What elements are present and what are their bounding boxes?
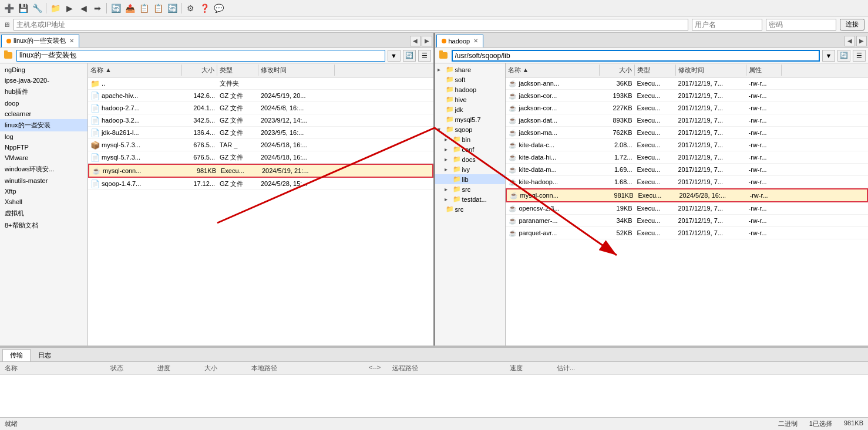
left-tab-active[interactable]: linux的一些安装包 ✕ (1, 35, 79, 48)
sidebar-item-log[interactable]: log (0, 131, 88, 142)
tree-item-lib[interactable]: 📁lib (435, 174, 505, 184)
tree-item-hadoop[interactable]: 📁hadoop (435, 84, 505, 94)
right-header-size[interactable]: 大小 (600, 65, 635, 76)
table-row[interactable]: ☕paranamer-... 34KB Execu... 2017/12/19,… (506, 215, 869, 227)
tree-item-jdk[interactable]: 📁jdk (435, 104, 505, 114)
table-row[interactable]: 📄jdk-8u261-l... 136.4... GZ 文件 2023/9/5,… (88, 127, 433, 139)
table-row[interactable]: ☕jackson-cor... 193KB Execu... 2017/12/1… (506, 90, 869, 102)
right-tab-active[interactable]: hadoop ✕ (436, 35, 484, 48)
help-icon[interactable]: ❓ (198, 2, 211, 15)
table-row[interactable]: 📄apache-hiv... 142.6... GZ 文件 2024/5/19,… (88, 90, 433, 102)
table-row[interactable]: ☕kite-data-c... 2.08... Execu... 2017/12… (506, 139, 869, 151)
tree-item-bin[interactable]: ▸📁bin (435, 134, 505, 144)
host-input[interactable] (14, 19, 688, 31)
copy1-icon[interactable]: 📋 (137, 2, 150, 15)
tree-item-ivy[interactable]: ▸📁ivy (435, 164, 505, 174)
right-path-btn1[interactable]: ▼ (822, 50, 835, 62)
refresh-icon[interactable]: 🔄 (109, 2, 122, 15)
sidebar-item-xftp[interactable]: Xftp (0, 186, 88, 197)
sidebar-item-ngding[interactable]: ngDing (0, 65, 88, 75)
tree-item-src-sub[interactable]: ▸📁src (435, 184, 505, 194)
left-nav-next[interactable]: ▶ (422, 36, 432, 46)
tree-item-share[interactable]: ▸📁share (435, 65, 505, 75)
table-row[interactable]: ☕jackson-cor... 227KB Execu... 2017/12/1… (506, 102, 869, 114)
table-row[interactable]: ☕parquet-avr... 52KB Execu... 2017/12/19… (506, 227, 869, 239)
open-icon[interactable]: 💾 (16, 2, 29, 15)
right-header-type[interactable]: 类型 (635, 65, 676, 76)
left-path-btn3[interactable]: ☰ (418, 50, 431, 62)
tree-item-conf[interactable]: ▸📁conf (435, 144, 505, 154)
left-tab-close[interactable]: ✕ (69, 38, 74, 44)
play-icon[interactable]: ▶ (63, 2, 76, 15)
left-path-btn2[interactable]: 🔄 (403, 50, 416, 62)
tool-icon[interactable]: 🔧 (31, 2, 43, 15)
table-row[interactable]: ☕jackson-dat... 893KB Execu... 2017/12/1… (506, 114, 869, 127)
sidebar-item-nppftp[interactable]: NppFTP (0, 142, 88, 153)
table-row[interactable]: ☕kite-data-hi... 1.72... Execu... 2017/1… (506, 151, 869, 164)
table-row[interactable]: 📄mysql-5.7.3... 676.5... GZ 文件 2024/5/18… (88, 151, 433, 164)
back-icon[interactable]: ◀ (77, 2, 90, 15)
tree-item-testdat[interactable]: ▸📁testdat... (435, 194, 505, 204)
table-row-mysql-connector-left[interactable]: ☕mysql-conn... 981KB Execu... 2024/5/19,… (88, 164, 433, 178)
right-tab-close[interactable]: ✕ (473, 38, 478, 44)
table-row-mysql-connector-right[interactable]: ☕mysql-conn... 981KB Execu... 2024/5/28,… (506, 188, 869, 202)
left-nav-prev[interactable]: ◀ (410, 36, 420, 46)
transfer-tab-log[interactable]: 日志 (31, 349, 59, 361)
new-icon[interactable]: ➕ (2, 2, 15, 15)
sidebar-item-doop[interactable]: doop (0, 98, 88, 109)
right-nav-prev[interactable]: ◀ (845, 36, 855, 46)
sidebar-item-hub[interactable]: hub插件 (0, 86, 88, 98)
table-row[interactable]: 📁.. 文件夹 (88, 77, 433, 90)
left-header-date[interactable]: 修改时间 (258, 65, 335, 76)
sidebar-item-linux[interactable]: linux的一些安装 (0, 119, 88, 131)
user-input[interactable] (692, 19, 762, 31)
left-path-btn1[interactable]: ▼ (388, 50, 401, 62)
settings-icon[interactable]: ⚙ (184, 2, 197, 15)
right-path-btn3[interactable]: ☰ (853, 50, 866, 62)
forward-icon[interactable]: ➡ (91, 2, 104, 15)
table-row[interactable]: ☕kite-data-m... 1.69... Execu... 2017/12… (506, 164, 869, 176)
table-row[interactable]: 📄hadoop-3.2... 342.5... GZ 文件 2023/9/12,… (88, 114, 433, 127)
sep2 (106, 3, 107, 13)
right-header-date[interactable]: 修改时间 (676, 65, 746, 76)
right-header-attr[interactable]: 属性 (746, 65, 782, 76)
sidebar-item-xshell[interactable]: Xshell (0, 197, 88, 207)
sidebar-item-virtual[interactable]: 虚拟机 (0, 207, 88, 219)
table-row[interactable]: ☕opencsv-2.3... 19KB Execu... 2017/12/19… (506, 202, 869, 215)
left-header-type[interactable]: 类型 (217, 65, 258, 76)
tree-item-hive[interactable]: 📁hive (435, 94, 505, 104)
sidebar-item-ipse[interactable]: ipse-java-2020- (0, 75, 88, 86)
table-row[interactable]: ☕kite-hadoop... 1.68... Execu... 2017/12… (506, 176, 869, 188)
sidebar-item-windows[interactable]: windows环境安... (0, 163, 88, 175)
right-header-name[interactable]: 名称 ▲ (506, 65, 600, 76)
table-row[interactable]: ☕jackson-ma... 762KB Execu... 2017/12/19… (506, 127, 869, 139)
tree-item-sqoop[interactable]: ▾📁sqoop (435, 124, 505, 134)
right-nav-next[interactable]: ▶ (856, 36, 867, 46)
connect-button[interactable]: 连接 (840, 19, 864, 31)
pass-input[interactable] (766, 19, 836, 31)
sidebar-item-winutils[interactable]: winutils-master (0, 175, 88, 186)
sidebar-item-vmware[interactable]: VMware (0, 153, 88, 163)
table-row[interactable]: 📄hadoop-2.7... 204.1... GZ 文件 2024/5/8, … (88, 102, 433, 114)
tree-item-mysql57[interactable]: 📁mysql5.7 (435, 114, 505, 124)
folder-icon[interactable]: 📁 (49, 2, 62, 15)
upload-icon[interactable]: 📤 (123, 2, 136, 15)
left-tab-nav: ◀ ▶ (410, 36, 432, 46)
transfer-tab-transfer[interactable]: 传输 (2, 349, 31, 361)
tree-item-docs[interactable]: ▸📁docs (435, 154, 505, 164)
copy2-icon[interactable]: 📋 (152, 2, 164, 15)
table-row[interactable]: 📦mysql-5.7.3... 676.5... TAR _ 2024/5/18… (88, 139, 433, 151)
table-row[interactable]: ☕jackson-ann... 36KB Execu... 2017/12/19… (506, 77, 869, 90)
left-path-input[interactable] (16, 50, 385, 62)
tree-item-src[interactable]: 📁src (435, 204, 505, 214)
left-header-name[interactable]: 名称 ▲ (88, 65, 182, 76)
sync-icon[interactable]: 🔄 (166, 2, 179, 15)
sidebar-item-cclearner[interactable]: cclearner (0, 109, 88, 119)
left-header-size[interactable]: 大小 (182, 65, 217, 76)
tree-item-soft[interactable]: 📁soft (435, 75, 505, 84)
chat-icon[interactable]: 💬 (212, 2, 225, 15)
right-path-btn2[interactable]: 🔄 (837, 50, 850, 62)
right-path-input[interactable] (452, 50, 820, 62)
sidebar-item-docs[interactable]: 8+帮助文档 (0, 219, 88, 232)
table-row[interactable]: 📄sqoop-1.4.7... 17.12... GZ 文件 2024/5/28… (88, 178, 433, 190)
